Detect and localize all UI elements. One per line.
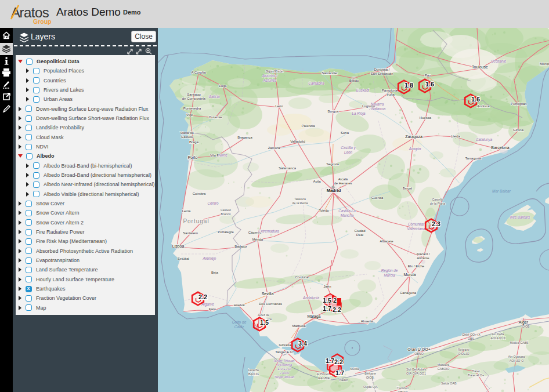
svg-text:OBIL: OBIL bbox=[468, 337, 475, 340]
svg-text:Cuenca: Cuenca bbox=[371, 196, 384, 199]
svg-text:Alger: Alger bbox=[519, 320, 529, 325]
svg-text:2.2: 2.2 bbox=[198, 293, 207, 300]
svg-text:2.2: 2.2 bbox=[333, 306, 341, 313]
svg-text:Illes Balears: Illes Balears bbox=[510, 215, 530, 219]
svg-text:Castelo: Castelo bbox=[181, 135, 193, 139]
svg-text:Murcia: Murcia bbox=[384, 273, 395, 277]
svg-text:Donostia /: Donostia / bbox=[374, 68, 389, 71]
svg-text:San Sebastián: San Sebastián bbox=[370, 72, 393, 75]
svg-text:Gibraltar: Gibraltar bbox=[279, 343, 292, 347]
svg-text:Zaragoza: Zaragoza bbox=[405, 135, 422, 139]
svg-text:Santarém: Santarém bbox=[183, 231, 198, 235]
svg-text:Setúbal: Setúbal bbox=[178, 257, 189, 260]
svg-text:Valladolid: Valladolid bbox=[290, 140, 305, 143]
svg-text:Salamanca: Salamanca bbox=[279, 166, 297, 170]
svg-text:Group: Group bbox=[33, 18, 52, 25]
svg-text:1.5: 1.5 bbox=[260, 319, 269, 326]
svg-text:Jerez de: Jerez de bbox=[258, 313, 269, 317]
svg-text:Tlemcen: Tlemcen bbox=[397, 386, 409, 390]
svg-text:Cádiz: Cádiz bbox=[234, 325, 244, 329]
svg-text:AOI AJO X: AOI AJO X bbox=[490, 336, 505, 340]
svg-text:Lugo: Lugo bbox=[219, 84, 227, 88]
svg-text:Branco: Branco bbox=[221, 212, 231, 216]
svg-text:Córdoba: Córdoba bbox=[295, 275, 309, 279]
svg-text:Ain Oussara: Ain Oussara bbox=[508, 355, 525, 358]
svg-text:Almería: Almería bbox=[361, 320, 373, 323]
svg-text:Norte: Norte bbox=[218, 153, 227, 157]
svg-text:Madrid: Madrid bbox=[327, 188, 341, 193]
svg-text:Braga: Braga bbox=[189, 140, 199, 144]
svg-text:Girona: Girona bbox=[513, 128, 524, 132]
svg-text:Mancha: Mancha bbox=[341, 213, 354, 217]
svg-text:Ávila: Ávila bbox=[313, 180, 321, 183]
svg-text:BAO.IG: BAO.IG bbox=[248, 372, 259, 376]
svg-text:de Compostela: de Compostela bbox=[182, 97, 206, 100]
svg-text:Huesca: Huesca bbox=[420, 116, 432, 119]
svg-text:Málaga: Málaga bbox=[308, 314, 321, 319]
svg-text:OIOLJO: OIOLJO bbox=[458, 352, 469, 355]
svg-text:Cartagena: Cartagena bbox=[400, 291, 417, 295]
svg-text:La Rioja: La Rioja bbox=[352, 111, 366, 116]
svg-text:Euskadi: Euskadi bbox=[356, 88, 370, 92]
svg-text:Saïda OAB.: Saïda OAB. bbox=[441, 382, 457, 385]
svg-text:Talavera: Talavera bbox=[294, 197, 306, 201]
svg-text:Jaén: Jaén bbox=[323, 285, 331, 288]
svg-text:Centro: Centro bbox=[208, 201, 219, 205]
svg-text:RAGBIE.: RAGBIE. bbox=[318, 376, 331, 380]
svg-text:Galicia: Galicia bbox=[208, 95, 220, 99]
svg-text:Castelló: Castelló bbox=[432, 198, 443, 201]
svg-text:Extremadura: Extremadura bbox=[258, 229, 280, 233]
svg-text:Toulouse: Toulouse bbox=[472, 65, 488, 69]
svg-text:Porto: Porto bbox=[188, 155, 198, 159]
svg-text:Ourense: Ourense bbox=[208, 115, 222, 119]
svg-text:Soria: Soria bbox=[341, 131, 349, 135]
svg-text:Huelva: Huelva bbox=[234, 303, 245, 307]
svg-text:Albacete: Albacete bbox=[380, 239, 393, 243]
svg-text:Iruña: Iruña bbox=[387, 93, 395, 96]
svg-text:Mascara: Mascara bbox=[438, 363, 449, 366]
svg-text:Melilla: Melilla bbox=[350, 367, 359, 371]
svg-text:Vigo: Vigo bbox=[186, 113, 194, 117]
svg-text:Teruel: Teruel bbox=[403, 187, 412, 190]
svg-text:OBNO: OBNO bbox=[414, 352, 424, 355]
svg-text:Relizane: Relizane bbox=[458, 348, 470, 351]
svg-text:AOI IJO-O: AOI IJO-O bbox=[510, 359, 524, 362]
svg-text:1.8: 1.8 bbox=[404, 82, 413, 89]
svg-text:Tanger-tétouan: Tanger-tétouan bbox=[274, 375, 295, 379]
svg-text:Ain Defla: Ain Defla bbox=[492, 332, 504, 336]
svg-text:Lisboa: Lisboa bbox=[172, 244, 185, 248]
svg-text:Pontevedra: Pontevedra bbox=[183, 107, 201, 110]
svg-text:Palencia: Palencia bbox=[301, 124, 315, 128]
svg-text:Andalucía: Andalucía bbox=[302, 296, 320, 300]
svg-text:Valenciana: Valenciana bbox=[407, 227, 425, 231]
svg-text:Mérida: Mérida bbox=[252, 238, 263, 241]
svg-text:Elx / Elche: Elx / Elche bbox=[408, 264, 425, 268]
svg-text:León: León bbox=[275, 104, 283, 108]
svg-text:2.3: 2.3 bbox=[432, 220, 440, 227]
svg-text:- Nafarroa: - Nafarroa bbox=[369, 107, 386, 111]
svg-text:Occitanie: Occitanie bbox=[491, 59, 507, 63]
svg-text:Tanger E.U.: Tanger E.U. bbox=[275, 350, 294, 354]
svg-text:León: León bbox=[344, 150, 353, 154]
svg-text:Alicante: Alicante bbox=[417, 256, 429, 260]
svg-text:Al Hoceima: Al Hoceima bbox=[276, 363, 292, 366]
svg-text:Larache: Larache bbox=[248, 368, 259, 372]
svg-text:E.U E+.UI: E.U E+.UI bbox=[277, 367, 291, 371]
svg-text:CABOIO: CABOIO bbox=[438, 367, 450, 371]
svg-text:Santiago: Santiago bbox=[187, 93, 201, 96]
svg-text:Gijón/Xixón: Gijón/Xixón bbox=[266, 70, 284, 73]
svg-text:Murcia: Murcia bbox=[403, 273, 416, 277]
svg-text:de Henares: de Henares bbox=[334, 182, 352, 185]
svg-text:Burgos: Burgos bbox=[327, 110, 338, 113]
svg-text:Nador: Nador bbox=[339, 378, 348, 382]
svg-text:Ciudad: Ciudad bbox=[354, 229, 365, 233]
svg-text:Castilla y: Castilla y bbox=[341, 146, 356, 150]
svg-text:Berkane: Berkane bbox=[364, 372, 376, 375]
svg-text:Andorra: Andorra bbox=[477, 104, 490, 108]
svg-text:1.7: 1.7 bbox=[323, 305, 331, 312]
svg-text:Mar Balear: Mar Balear bbox=[492, 189, 511, 193]
svg-text:Lleida: Lleida bbox=[451, 135, 461, 138]
svg-text:Médéa CAB5.: Médéa CAB5. bbox=[510, 341, 529, 344]
svg-text:2: 2 bbox=[333, 297, 337, 304]
svg-text:Toledo: Toledo bbox=[319, 209, 329, 212]
